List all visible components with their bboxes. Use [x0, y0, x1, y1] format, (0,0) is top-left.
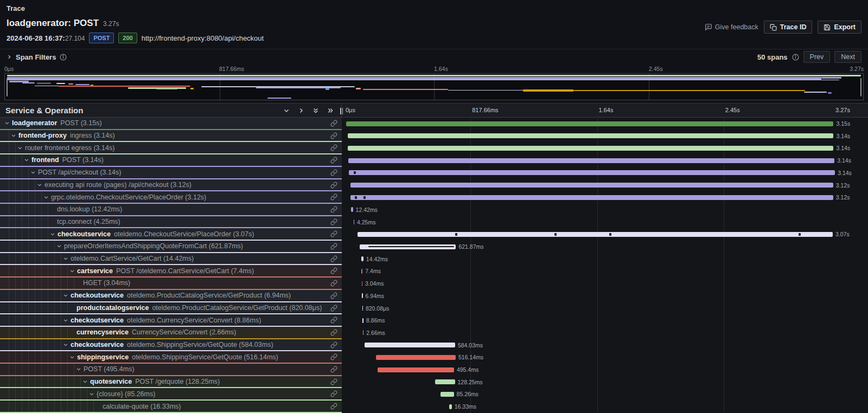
span-row-label[interactable]: oteldemo.CartService/GetCart (14.42ms)	[0, 253, 342, 266]
span-duration-bar[interactable]	[362, 306, 363, 311]
span-link-icon[interactable]	[330, 378, 337, 385]
span-link-icon[interactable]	[330, 243, 337, 250]
span-timeline-cell[interactable]: 495.4ms	[342, 364, 868, 376]
span-row-label[interactable]: loadgeneratorPOST (3.15s)	[0, 118, 342, 130]
chevron-down-icon[interactable]	[63, 256, 68, 261]
span-row-label[interactable]: {closure} (85.26ms)	[0, 388, 342, 401]
span-timeline-cell[interactable]: 516.14ms	[342, 351, 868, 364]
span-link-icon[interactable]	[330, 120, 337, 127]
span-timeline-cell[interactable]: 7.4ms	[342, 265, 868, 278]
span-duration-bar[interactable]	[362, 281, 362, 286]
span-row-label[interactable]: cartservicePOST /oteldemo.CartService/Ge…	[0, 265, 342, 278]
span-link-icon[interactable]	[330, 182, 337, 189]
span-timeline-cell[interactable]: 3.14s	[342, 142, 868, 154]
span-link-icon[interactable]	[330, 144, 337, 151]
span-link-icon[interactable]	[330, 193, 337, 201]
span-row-label[interactable]: checkoutserviceoteldemo.ShippingService/…	[0, 339, 342, 352]
span-timeline-cell[interactable]: 3.15s	[342, 118, 868, 130]
span-timeline-cell[interactable]: 3.14s	[342, 154, 868, 167]
span-timeline-cell[interactable]: 4.25ms	[342, 216, 868, 229]
chevron-down-icon[interactable]	[63, 318, 68, 323]
span-count-info-icon[interactable]	[792, 54, 799, 61]
give-feedback-button[interactable]: Give feedback	[705, 23, 758, 31]
span-row-label[interactable]: quoteservicePOST /getquote (128.25ms)	[0, 376, 342, 389]
chevron-down-icon[interactable]	[63, 293, 68, 298]
span-timeline-cell[interactable]: 6.94ms	[342, 290, 868, 302]
span-link-icon[interactable]	[330, 230, 337, 237]
panel-resize-handle[interactable]	[340, 108, 344, 114]
chevron-down-icon[interactable]	[17, 145, 23, 151]
span-duration-bar[interactable]	[350, 183, 833, 188]
span-duration-bar[interactable]	[441, 392, 454, 397]
span-row-label[interactable]: prepareOrderItemsAndShippingQuoteFromCar…	[0, 241, 342, 253]
export-button[interactable]: Export	[818, 21, 861, 34]
span-duration-bar[interactable]	[358, 232, 833, 237]
span-duration-bar[interactable]	[348, 146, 834, 151]
span-row-label[interactable]: productcatalogserviceoteldemo.ProductCat…	[0, 302, 342, 315]
chevron-down-icon[interactable]	[11, 133, 16, 138]
expand-all-icon[interactable]	[327, 107, 334, 114]
span-timeline-cell[interactable]: 3.12s	[342, 191, 868, 204]
span-duration-bar[interactable]	[351, 207, 353, 212]
span-timeline-cell[interactable]: 3.04ms	[342, 278, 868, 290]
span-row-label[interactable]: grpc.oteldemo.CheckoutService/PlaceOrder…	[0, 191, 342, 204]
span-link-icon[interactable]	[330, 157, 337, 164]
span-row-label[interactable]: currencyserviceCurrencyService/Convert (…	[0, 327, 342, 339]
span-link-icon[interactable]	[330, 267, 337, 274]
span-duration-bar[interactable]	[363, 330, 363, 335]
span-timeline-cell[interactable]: 14.42ms	[342, 253, 868, 266]
chevron-down-icon[interactable]	[69, 354, 75, 360]
span-timeline-cell[interactable]: 128.25ms	[342, 376, 868, 389]
span-row-label[interactable]: checkoutserviceoteldemo.ProductCatalogSe…	[0, 290, 342, 302]
span-timeline-cell[interactable]: 584.03ms	[342, 339, 868, 352]
span-link-icon[interactable]	[330, 255, 337, 262]
span-link-icon[interactable]	[330, 329, 337, 336]
chevron-down-icon[interactable]	[76, 366, 81, 372]
span-timeline-cell[interactable]: 8.86ms	[342, 314, 868, 327]
span-link-icon[interactable]	[330, 317, 337, 324]
span-duration-bar[interactable]	[360, 244, 456, 249]
span-link-icon[interactable]	[330, 292, 337, 299]
span-duration-bar[interactable]	[362, 293, 363, 298]
span-duration-bar[interactable]	[361, 269, 362, 274]
span-timeline-cell[interactable]: 3.12s	[342, 179, 868, 192]
span-row-label[interactable]: POST (495.4ms)	[0, 364, 342, 376]
chevron-down-icon[interactable]	[37, 182, 42, 188]
span-duration-bar[interactable]	[349, 170, 835, 175]
collapse-all-icon[interactable]	[312, 107, 319, 114]
span-filters-toggle[interactable]: Span Filters	[7, 53, 67, 61]
span-row-label[interactable]: executing api route (pages) /api/checkou…	[0, 179, 342, 192]
span-row-label[interactable]: calculate-quote (16.33ms)	[0, 401, 342, 413]
span-link-icon[interactable]	[330, 132, 337, 139]
span-link-icon[interactable]	[330, 169, 337, 176]
chevron-down-icon[interactable]	[43, 195, 49, 200]
span-timeline-cell[interactable]: 621.87ms	[342, 241, 868, 253]
span-duration-bar[interactable]	[362, 318, 364, 323]
expand-one-icon[interactable]	[298, 107, 304, 114]
span-duration-bar[interactable]	[365, 343, 455, 347]
chevron-down-icon[interactable]	[56, 243, 62, 249]
span-row-label[interactable]: tcp.connect (4.25ms)	[0, 216, 342, 229]
info-icon[interactable]	[60, 54, 67, 61]
span-timeline-cell[interactable]: 3.14s	[342, 130, 868, 143]
chevron-down-icon[interactable]	[63, 342, 68, 347]
chevron-down-icon[interactable]	[69, 268, 75, 274]
span-link-icon[interactable]	[330, 366, 337, 373]
span-link-icon[interactable]	[330, 403, 337, 410]
span-link-icon[interactable]	[330, 341, 337, 349]
span-duration-bar[interactable]	[348, 158, 834, 163]
span-row-label[interactable]: checkoutserviceoteldemo.CurrencyService/…	[0, 314, 342, 327]
span-link-icon[interactable]	[330, 218, 337, 225]
span-timeline-cell[interactable]: 85.26ms	[342, 388, 868, 401]
span-duration-bar[interactable]	[378, 367, 454, 372]
span-link-icon[interactable]	[330, 206, 337, 213]
span-timeline-cell[interactable]: 3.14s	[342, 167, 868, 179]
span-link-icon[interactable]	[330, 280, 337, 287]
chevron-down-icon[interactable]	[24, 157, 29, 163]
span-row-label[interactable]: frontendPOST (3.14s)	[0, 154, 342, 167]
chevron-down-icon[interactable]	[82, 379, 88, 384]
prev-button[interactable]: Prev	[803, 51, 831, 63]
span-duration-bar[interactable]	[354, 220, 354, 224]
span-duration-bar[interactable]	[376, 355, 456, 360]
span-duration-bar[interactable]	[435, 379, 455, 384]
